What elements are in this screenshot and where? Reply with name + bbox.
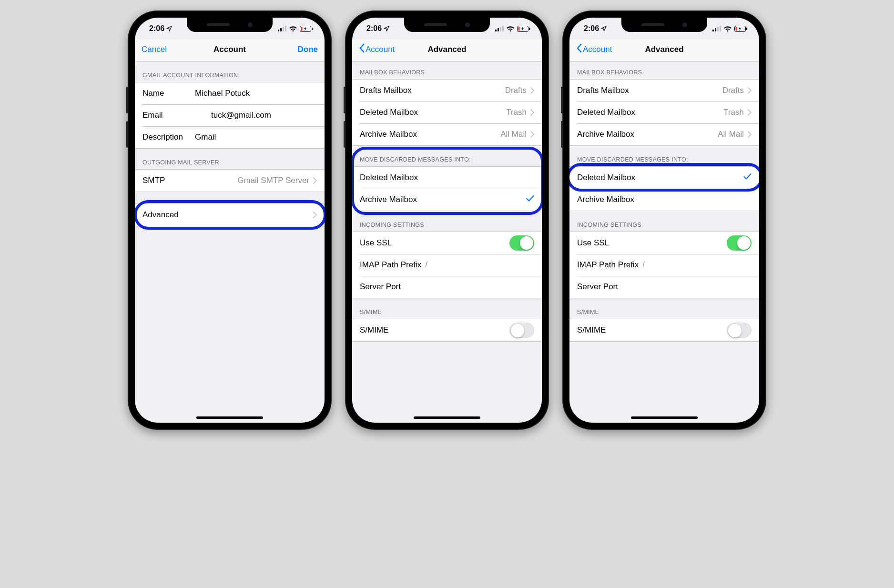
signal-icon (495, 26, 504, 31)
back-button[interactable]: Account (575, 41, 613, 57)
signal-icon (278, 26, 286, 31)
row-opt-archive[interactable]: Archive Mailbox (569, 189, 759, 211)
notch (187, 18, 273, 32)
section-header-incoming: INCOMING SETTINGS (352, 211, 542, 232)
row-use-ssl[interactable]: Use SSL (352, 232, 542, 254)
cancel-button[interactable]: Cancel (141, 43, 168, 56)
imap-prefix-label: IMAP Path Prefix (577, 260, 639, 270)
smime-label: S/MIME (577, 325, 606, 335)
status-time: 2:06 (584, 24, 599, 33)
opt-deleted-label: Deleted Mailbox (577, 173, 635, 182)
section-header-account-info: GMAIL ACCOUNT INFORMATION (135, 61, 325, 82)
row-server-port[interactable]: Server Port (569, 276, 759, 298)
row-opt-deleted[interactable]: Deleted Mailbox (352, 167, 542, 189)
check-icon (743, 172, 752, 183)
chevron-left-icon (359, 43, 365, 55)
smtp-value: Gmail SMTP Server (237, 176, 309, 185)
section-header-move: MOVE DISCARDED MESSAGES INTO: (352, 146, 542, 166)
chevron-right-icon (748, 87, 752, 94)
row-drafts[interactable]: Drafts Mailbox Drafts (569, 80, 759, 101)
navbar: Account Advanced (569, 40, 759, 61)
row-deleted[interactable]: Deleted Mailbox Trash (352, 101, 542, 123)
signal-icon (712, 26, 721, 31)
imap-prefix-value: / (425, 260, 427, 270)
row-email[interactable]: Email tuck@gmail.com (135, 104, 325, 126)
email-value: tuck@gmail.com (195, 111, 317, 120)
battery-icon (517, 26, 530, 32)
row-smime[interactable]: S/MIME (569, 319, 759, 341)
archive-label: Archive Mailbox (577, 130, 634, 139)
phone-account: 2:06 Cancel Account Done GMAIL ACCOUNT I… (128, 10, 332, 430)
row-opt-archive[interactable]: Archive Mailbox (352, 189, 542, 211)
row-imap-prefix[interactable]: IMAP Path Prefix / (569, 254, 759, 276)
status-time: 2:06 (366, 24, 382, 33)
row-drafts[interactable]: Drafts Mailbox Drafts (352, 80, 542, 101)
navbar: Cancel Account Done (135, 40, 325, 61)
location-icon (384, 26, 389, 31)
use-ssl-toggle[interactable] (509, 235, 534, 251)
row-imap-prefix[interactable]: IMAP Path Prefix / (352, 254, 542, 276)
section-header-move: MOVE DISCARDED MESSAGES INTO: (569, 146, 759, 166)
back-label: Account (583, 45, 612, 54)
imap-prefix-value: / (642, 260, 645, 270)
advanced-label: Advanced (142, 210, 179, 220)
section-header-behaviors: MAILBOX BEHAVIORS (352, 61, 542, 79)
notch (621, 18, 707, 32)
battery-icon (734, 26, 748, 32)
section-header-smime: S/MIME (569, 298, 759, 319)
navbar: Account Advanced (352, 40, 542, 61)
row-smime[interactable]: S/MIME (352, 319, 542, 341)
wifi-icon (289, 26, 297, 32)
row-archive[interactable]: Archive Mailbox All Mail (352, 123, 542, 145)
smime-toggle[interactable] (509, 323, 534, 338)
email-label: Email (142, 111, 184, 120)
archive-value: All Mail (500, 130, 527, 139)
wifi-icon (723, 26, 732, 32)
row-opt-deleted[interactable]: Deleted Mailbox (569, 167, 759, 189)
back-label: Account (366, 45, 395, 54)
opt-archive-label: Archive Mailbox (577, 195, 634, 204)
home-indicator[interactable] (631, 416, 698, 419)
row-use-ssl[interactable]: Use SSL (569, 232, 759, 254)
row-advanced[interactable]: Advanced (135, 204, 325, 226)
notch (404, 18, 490, 32)
chevron-right-icon (530, 87, 534, 94)
use-ssl-label: Use SSL (360, 238, 392, 248)
smime-label: S/MIME (360, 325, 388, 335)
use-ssl-toggle[interactable] (727, 235, 752, 251)
archive-label: Archive Mailbox (360, 130, 417, 139)
deleted-value: Trash (723, 108, 744, 117)
location-icon (601, 26, 607, 31)
drafts-label: Drafts Mailbox (577, 86, 629, 95)
drafts-value: Drafts (505, 86, 527, 95)
home-indicator[interactable] (414, 416, 480, 419)
phone-advanced-deleted: 2:06 Account Advanced MAILBOX BEHAVIORS … (562, 10, 766, 430)
section-header-smime: S/MIME (352, 298, 542, 319)
location-icon (166, 26, 172, 31)
imap-prefix-label: IMAP Path Prefix (360, 260, 421, 270)
deleted-value: Trash (506, 108, 527, 117)
server-port-label: Server Port (577, 282, 618, 292)
smime-toggle[interactable] (727, 323, 752, 338)
wifi-icon (506, 26, 515, 32)
row-name[interactable]: Name Michael Potuck (135, 82, 325, 104)
back-button[interactable]: Account (358, 41, 396, 57)
check-icon (526, 194, 534, 205)
name-label: Name (142, 89, 184, 98)
row-description[interactable]: Description Gmail (135, 126, 325, 148)
chevron-right-icon (748, 109, 752, 116)
desc-label: Description (142, 132, 184, 142)
home-indicator[interactable] (196, 416, 263, 419)
battery-icon (300, 26, 313, 32)
row-archive[interactable]: Archive Mailbox All Mail (569, 123, 759, 145)
drafts-label: Drafts Mailbox (360, 86, 412, 95)
chevron-left-icon (576, 43, 582, 55)
row-smtp[interactable]: SMTP Gmail SMTP Server (135, 170, 325, 192)
chevron-right-icon (748, 131, 752, 138)
chevron-right-icon (313, 177, 317, 184)
section-header-outgoing: OUTGOING MAIL SERVER (135, 149, 325, 169)
section-header-behaviors: MAILBOX BEHAVIORS (569, 61, 759, 79)
row-server-port[interactable]: Server Port (352, 276, 542, 298)
done-button[interactable]: Done (297, 43, 319, 56)
row-deleted[interactable]: Deleted Mailbox Trash (569, 101, 759, 123)
